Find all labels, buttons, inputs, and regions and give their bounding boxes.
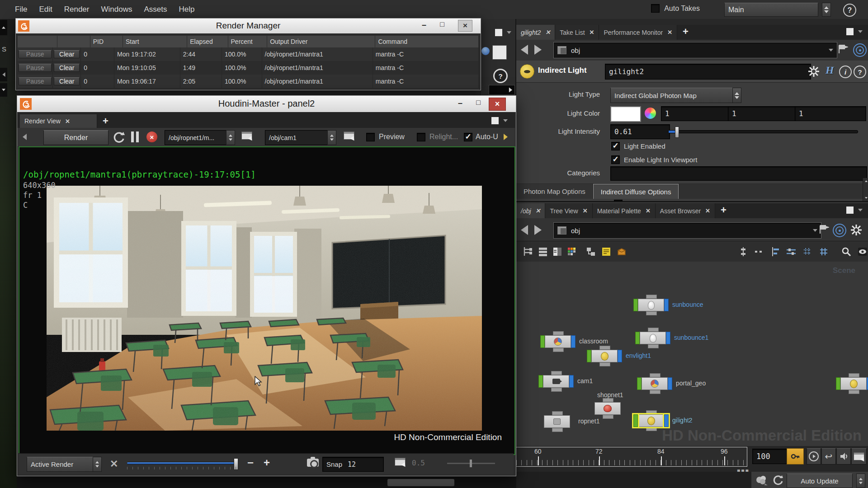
maximize-button[interactable]: □ [436,20,448,30]
gear-icon[interactable] [850,224,863,236]
node-body[interactable] [640,332,666,344]
menu-item-windows[interactable]: Windows [96,2,137,17]
render-button[interactable]: Render [43,130,108,145]
node-output-connector[interactable] [646,311,657,315]
node-render-flag[interactable] [666,332,670,344]
swatch-button[interactable] [492,45,507,60]
current-frame-field[interactable]: 100 [752,449,789,464]
subtab-photon-map-options[interactable]: Photon Map Options [516,184,593,199]
close-button[interactable]: × [489,98,506,111]
nav-forward-icon[interactable] [534,225,542,235]
pane-menu-icon[interactable] [858,30,863,33]
light-type-dropdown[interactable]: Indirect Global Photon Map [610,88,740,103]
tab-material-palette[interactable]: Material Palette✕ [593,203,656,218]
node-body[interactable] [543,375,569,388]
nav-back-icon[interactable] [521,45,528,55]
node-input-connector[interactable] [603,398,613,402]
choose-camera-icon[interactable] [344,131,354,140]
auto-update-checkbox[interactable]: ✓ [464,133,472,141]
node-render-flag[interactable] [668,377,672,390]
pane-view-icon[interactable] [552,246,563,258]
collapse-toolbar-icon[interactable] [23,134,27,140]
clear-button[interactable]: Clear [54,50,80,58]
scroll-up-icon[interactable] [0,20,7,35]
light-color-component-0[interactable]: 1 [661,106,732,121]
tab-performance-monitor[interactable]: Performance Monitor✕ [599,25,677,40]
node-display-flag[interactable] [538,375,543,388]
menu-item-edit[interactable]: Edit [34,2,57,17]
path-dropdown-icon[interactable] [813,229,817,232]
pane-maximize-icon[interactable] [846,206,854,214]
checkbox-light-enabled[interactable]: ✓ [611,142,620,150]
node-body[interactable] [840,377,867,390]
node-input-connector[interactable] [650,373,660,377]
node-render-flag[interactable] [664,299,669,311]
choose-rop-icon[interactable] [241,131,252,140]
timeline-ruler[interactable]: 60728496 [516,447,747,467]
nav-back-icon[interactable] [521,225,528,235]
image-scale-slider[interactable] [127,462,238,465]
slider-handle[interactable] [675,127,679,138]
render-flipbook-button[interactable] [851,448,867,465]
slider-handle[interactable] [470,460,472,467]
tab-tree-view[interactable]: Tree View✕ [545,203,592,218]
auto-key-button[interactable] [787,448,804,465]
relight-checkbox[interactable] [417,133,425,141]
tab-gilight2[interactable]: gilight2✕ [516,25,555,40]
close-tab-icon[interactable]: ✕ [545,29,550,36]
node-render-flag[interactable] [618,350,622,362]
pin-icon[interactable] [818,224,829,235]
node-render-flag[interactable] [664,414,669,427]
node-display-flag[interactable] [633,414,638,427]
snapshot-camera-icon[interactable] [307,459,319,467]
pause-button[interactable]: Pause [19,77,52,85]
node-display-flag[interactable] [587,350,591,362]
node-output-connector[interactable] [849,390,859,394]
node-output-connector[interactable] [648,344,659,348]
gear-icon[interactable] [807,65,820,78]
color-wheel-icon[interactable] [645,108,656,119]
render-viewport[interactable]: /obj/ropnet1/mantra1(pbrraytrace)-19:17:… [19,146,515,455]
tab-take-list[interactable]: Take List✕ [555,25,599,40]
params-scrollbar[interactable] [863,178,868,201]
close-tab-icon[interactable]: ✕ [583,207,588,214]
zoom-icon[interactable] [840,246,852,258]
color-palette-icon[interactable] [566,246,578,258]
node-output-connector[interactable] [551,388,562,392]
new-tab-button[interactable]: + [715,203,732,218]
tree-view-icon[interactable] [522,246,533,258]
menu-item-file[interactable]: File [10,2,32,17]
pin-icon[interactable] [837,43,848,55]
pause-render-icon[interactable] [131,131,139,142]
undo-button[interactable]: ↩ [821,448,836,465]
follow-selection-icon[interactable] [833,224,846,237]
display-mode-selector[interactable]: Active Render [27,457,100,472]
pane-maximize-icon[interactable] [491,117,499,124]
path-field[interactable]: obj [553,222,821,239]
render-job-row[interactable]: PauseClear0Mon 19:10:051:49100.0%/obj/ro… [18,61,479,75]
memory-icon[interactable] [755,474,769,486]
panel2-titlebar[interactable]: Houdini-Master - panel2 – □ × [17,96,516,112]
node-output-connector[interactable] [650,390,660,394]
scroll-down-icon[interactable] [0,83,7,97]
refresh-icon[interactable] [772,474,784,486]
pane-menu-icon[interactable] [503,119,508,122]
node-input-connector[interactable] [552,411,563,415]
list-view-icon[interactable] [537,246,549,258]
render-job-row[interactable]: PauseClear0Mon 19:06:172:05100.0%/obj/ro… [18,75,479,88]
close-tab-icon[interactable]: ✕ [590,29,594,36]
refresh-render-icon[interactable] [113,131,126,144]
minimize-button[interactable]: – [418,20,430,30]
sticky-note-icon[interactable] [600,246,612,258]
close-tab-icon[interactable]: ✕ [65,118,70,125]
close-tab-icon[interactable]: ✕ [536,207,541,214]
network-canvas[interactable]: Scene HD Non-Commercial Edition sunbounc… [516,262,868,446]
close-tab-icon[interactable]: ✕ [705,207,710,214]
node-display-flag[interactable] [633,299,638,311]
node-output-connector[interactable] [552,428,563,432]
pane-menu-icon[interactable] [858,209,863,211]
follow-selection-icon[interactable] [853,43,867,57]
menu-item-render[interactable]: Render [59,2,94,17]
playback-controls-button[interactable] [807,448,821,465]
close-button[interactable]: × [458,20,472,32]
